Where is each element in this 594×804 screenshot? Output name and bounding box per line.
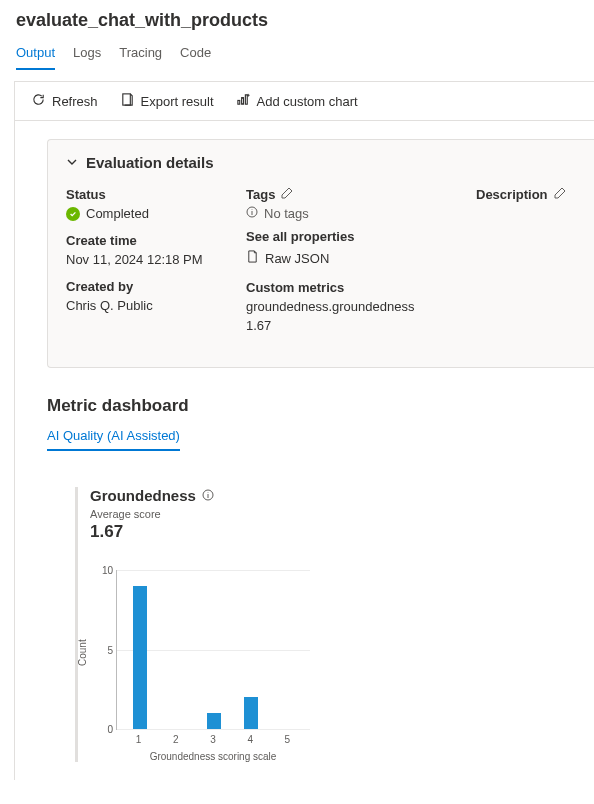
edit-tags-icon[interactable] bbox=[281, 187, 293, 202]
chart-plus-icon bbox=[236, 92, 251, 110]
tab-ai-quality[interactable]: AI Quality (AI Assisted) bbox=[47, 424, 180, 451]
add-chart-button[interactable]: Add custom chart bbox=[236, 90, 358, 112]
avg-score-label: Average score bbox=[90, 508, 335, 520]
created-by-label: Created by bbox=[66, 279, 206, 294]
info-icon bbox=[246, 206, 258, 221]
create-time-label: Create time bbox=[66, 233, 206, 248]
custom-metrics-label: Custom metrics bbox=[246, 280, 436, 295]
y-tick: 10 bbox=[99, 565, 113, 576]
raw-json-label: Raw JSON bbox=[265, 251, 329, 266]
refresh-icon bbox=[31, 92, 46, 110]
tab-tracing[interactable]: Tracing bbox=[119, 39, 162, 70]
description-label: Description bbox=[476, 187, 548, 202]
svg-rect-2 bbox=[241, 98, 243, 105]
tab-bar: Output Logs Tracing Code bbox=[0, 39, 594, 71]
svg-rect-1 bbox=[237, 100, 239, 104]
page-title: evaluate_chat_with_products bbox=[0, 0, 594, 39]
status-label: Status bbox=[66, 187, 206, 202]
tags-label: Tags bbox=[246, 187, 275, 202]
edit-description-icon[interactable] bbox=[554, 187, 566, 202]
svg-rect-0 bbox=[122, 94, 130, 105]
tab-code[interactable]: Code bbox=[180, 39, 211, 70]
tab-logs[interactable]: Logs bbox=[73, 39, 101, 70]
chart-title: Groundedness bbox=[90, 487, 196, 504]
created-by-value: Chris Q. Public bbox=[66, 298, 206, 313]
y-tick: 0 bbox=[99, 724, 113, 735]
x-tick: 1 bbox=[136, 734, 142, 745]
status-value: Completed bbox=[86, 206, 149, 221]
chevron-down-icon bbox=[66, 154, 78, 171]
x-tick: 5 bbox=[285, 734, 291, 745]
x-tick: 2 bbox=[173, 734, 179, 745]
avg-score-value: 1.67 bbox=[90, 522, 335, 542]
tab-output[interactable]: Output bbox=[16, 39, 55, 70]
export-button[interactable]: Export result bbox=[120, 90, 214, 112]
svg-rect-3 bbox=[245, 95, 247, 104]
refresh-label: Refresh bbox=[52, 94, 98, 109]
bar-chart: Count 0510 12345 Groundedness scoring sc… bbox=[80, 570, 310, 762]
success-icon bbox=[66, 207, 80, 221]
groundedness-chart-card: Groundedness Average score 1.67 Count 05… bbox=[75, 487, 335, 762]
info-icon[interactable] bbox=[202, 487, 214, 504]
x-axis-label: Groundedness scoring scale bbox=[116, 751, 310, 762]
x-tick: 4 bbox=[247, 734, 253, 745]
evaluation-details-card: Evaluation details Status Completed Crea… bbox=[47, 139, 594, 368]
create-time-value: Nov 11, 2024 12:18 PM bbox=[66, 252, 206, 267]
custom-metrics-name: groundedness.groundedness bbox=[246, 299, 436, 314]
raw-json-link[interactable]: Raw JSON bbox=[246, 250, 436, 266]
export-icon bbox=[120, 92, 135, 110]
see-all-properties-link[interactable]: See all properties bbox=[246, 229, 436, 244]
refresh-button[interactable]: Refresh bbox=[31, 90, 98, 112]
chart-bar bbox=[244, 697, 258, 729]
y-tick: 5 bbox=[99, 644, 113, 655]
chart-bar bbox=[207, 713, 221, 729]
custom-metrics-value: 1.67 bbox=[246, 318, 436, 333]
evaluation-details-title: Evaluation details bbox=[86, 154, 214, 171]
add-chart-label: Add custom chart bbox=[257, 94, 358, 109]
toolbar: Refresh Export result Add custom chart bbox=[14, 81, 594, 121]
metric-dashboard-title: Metric dashboard bbox=[47, 396, 594, 416]
no-tags-text: No tags bbox=[264, 206, 309, 221]
export-label: Export result bbox=[141, 94, 214, 109]
evaluation-details-toggle[interactable]: Evaluation details bbox=[66, 154, 576, 171]
x-tick: 3 bbox=[210, 734, 216, 745]
chart-bar bbox=[133, 586, 147, 729]
file-icon bbox=[246, 250, 259, 266]
y-axis-label: Count bbox=[77, 639, 88, 666]
